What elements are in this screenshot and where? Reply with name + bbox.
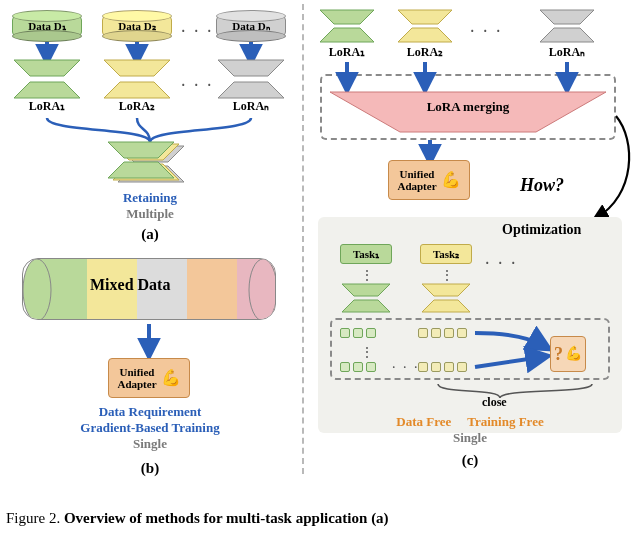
flex-bicep-icon: 💪 xyxy=(161,370,181,386)
panel-b-letter: (b) xyxy=(130,460,170,477)
panel-b-adapter: Unified Adapter 💪 xyxy=(108,358,190,398)
panel-c-tags: Data Free Training Free Single xyxy=(340,412,600,446)
panel-c-close-label: close xyxy=(482,396,507,409)
panel-b-adapter-label: Unified Adapter xyxy=(117,366,156,390)
panel-c-tag-2: Training Free xyxy=(467,414,543,429)
panel-b-tag-2: Gradient-Based Training xyxy=(40,420,260,436)
panel-b-tag-3: Single xyxy=(40,436,260,452)
panel-c-tag-3: Single xyxy=(340,430,600,446)
figure-canvas: Data D₁ Data D₂ . . . Data Dₙ . . . LoRA… xyxy=(0,0,640,533)
panel-c-tag-1: Data Free xyxy=(396,414,451,429)
figure-caption: Figure 2. Overview of methods for multi-… xyxy=(0,510,640,527)
panel-b-tags: Data Requirement Gradient-Based Training… xyxy=(40,404,260,452)
figure-title: Overview of methods for multi-task appli… xyxy=(64,510,389,526)
figure-number: Figure 2. xyxy=(6,510,60,526)
panel-b-tag-1: Data Requirement xyxy=(40,404,260,420)
panel-c-letter: (c) xyxy=(450,452,490,469)
